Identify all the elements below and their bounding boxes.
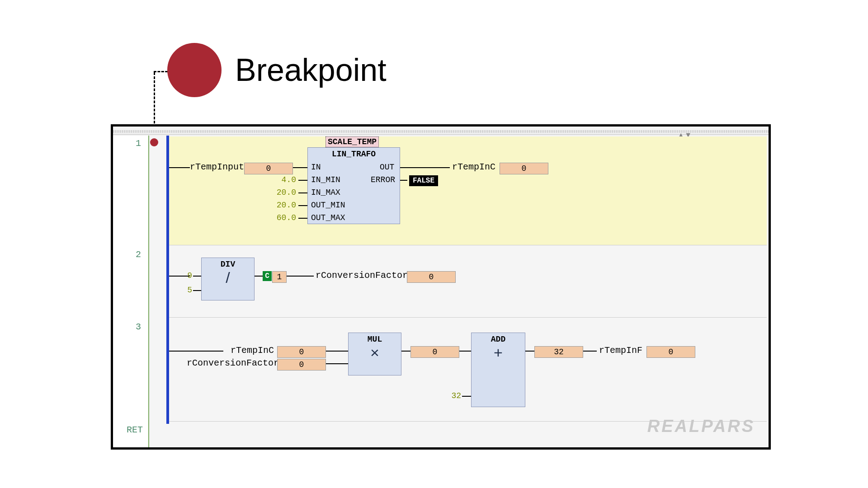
add-const-32: 32 — [448, 391, 461, 400]
port-out-max: OUT_MAX — [311, 213, 345, 222]
fbd-editor: ▲▼ 1 2 3 RET SCALE_TEMP LIN_TRAFO IN IN_… — [111, 124, 771, 450]
value-rconvfactor: 0 — [407, 271, 456, 283]
port-in-min: IN_MIN — [311, 175, 340, 184]
div-in1: 9 — [181, 271, 192, 280]
const-in-min: 4.0 — [271, 175, 296, 184]
block-title: LIN_TRAFO — [308, 148, 400, 159]
page-title: Breakpoint — [235, 52, 387, 88]
port-error: ERROR — [371, 175, 395, 184]
div-op: / — [202, 269, 254, 286]
div-title: DIV — [202, 258, 254, 269]
var-rtempinc-in[interactable]: rTempInC — [231, 345, 274, 356]
mul-block[interactable]: MUL × — [348, 333, 401, 375]
value-mul-out: 0 — [410, 346, 459, 358]
breakpoint-icon-large — [167, 43, 222, 97]
div-block[interactable]: DIV / — [201, 258, 255, 300]
network-number-1: 1 — [136, 138, 141, 149]
value-rtempinc-in: 0 — [277, 346, 326, 358]
add-title: ADD — [472, 333, 525, 344]
const-out-max: 60.0 — [271, 213, 296, 222]
network-number-2: 2 — [136, 249, 141, 260]
add-block[interactable]: ADD + — [471, 333, 525, 407]
lin-trafo-block[interactable]: LIN_TRAFO — [307, 147, 400, 224]
value-rtempinc: 0 — [500, 163, 548, 174]
c-badge: C — [263, 271, 272, 281]
network-1-highlight — [169, 136, 767, 245]
div-in2: 5 — [181, 286, 192, 295]
network-number-3: 3 — [136, 322, 141, 332]
const-in-max: 20.0 — [271, 188, 296, 197]
port-in-max: IN_MAX — [311, 188, 340, 197]
error-value: FALSE — [409, 175, 438, 186]
port-out: OUT — [380, 163, 394, 172]
add-op: + — [472, 344, 525, 361]
value-rtempinput: 0 — [244, 163, 293, 174]
var-rtempinput[interactable]: rTempInput — [190, 162, 244, 172]
mul-op: × — [349, 344, 401, 361]
ret-label: RET — [127, 425, 143, 435]
value-rconvfactor-in: 0 — [277, 359, 326, 371]
var-rconvfactor[interactable]: rConversionFactor — [316, 270, 408, 281]
div-c-val: 1 — [272, 271, 287, 283]
mul-title: MUL — [349, 333, 401, 344]
fb-instance-name[interactable]: SCALE_TEMP — [326, 136, 379, 147]
var-rtempinc-out[interactable]: rTempInC — [452, 162, 495, 172]
value-rtempinf: 0 — [646, 346, 695, 358]
var-rconvfactor-in[interactable]: rConversionFactor — [187, 358, 279, 368]
breakpoint-marker[interactable] — [150, 138, 158, 146]
port-in: IN — [311, 163, 321, 172]
logo: REALPARS — [647, 417, 755, 436]
var-rtempinf[interactable]: rTempInF — [599, 345, 642, 356]
port-out-min: OUT_MIN — [311, 201, 345, 210]
value-add-mid: 32 — [534, 346, 583, 358]
gutter — [113, 136, 148, 447]
const-out-min: 20.0 — [271, 201, 296, 210]
